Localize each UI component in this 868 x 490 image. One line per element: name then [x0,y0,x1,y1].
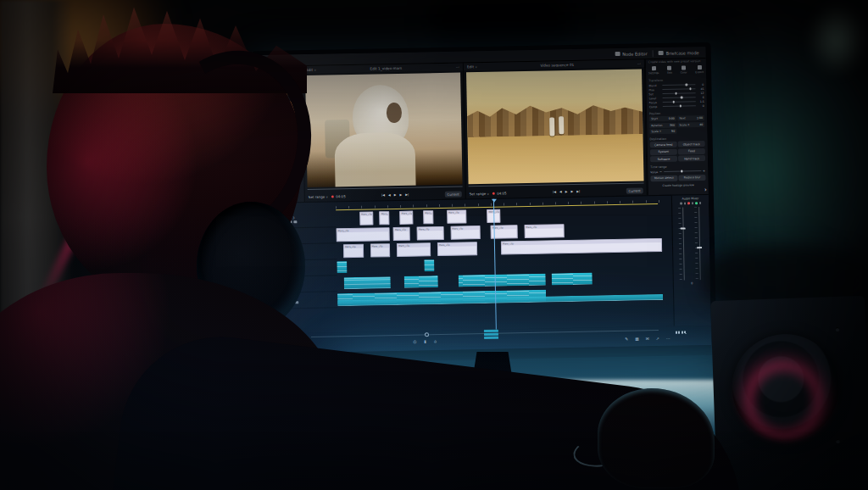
mail-icon[interactable]: ✉ [646,337,649,341]
media-tab-files[interactable]: Files [259,69,267,73]
video-clip[interactable]: Mars_clip [397,242,431,257]
track-visibility-icon[interactable] [290,285,293,288]
source-menu-dropdown[interactable]: Edit ∨ [306,68,316,72]
track-mute-icon[interactable] [294,253,298,256]
slider-handle[interactable] [689,87,692,90]
export-arrow-icon[interactable]: ↗ [656,337,659,341]
play-button[interactable]: ▶ [394,193,397,197]
clip-overview-widget[interactable] [484,330,498,340]
audio-clip[interactable] [404,276,438,288]
track-mute-icon[interactable] [294,269,298,272]
track-mute-icon[interactable] [295,285,298,288]
video-clip[interactable]: Mars_clip [417,226,444,241]
audio-clip[interactable] [458,274,545,287]
fader-1[interactable] [678,207,688,280]
current-button[interactable]: Current [444,191,461,197]
briefcase-mode-button[interactable]: Briefcase mode [659,50,699,56]
node-editor-mode-button[interactable]: Node Editor [615,51,648,57]
video-clip[interactable]: Mars_clip [380,211,390,225]
program-more-button[interactable]: ⋯ [637,61,641,65]
video-clip[interactable]: Mars_clip [370,243,390,257]
media-thumbnail[interactable] [259,73,299,96]
field-rotation[interactable]: Rotation360 [649,122,676,128]
track-lock-icon[interactable] [284,237,287,240]
slider-track[interactable] [663,97,696,98]
set-range-dropdown[interactable]: Set range ∨ [309,194,328,198]
media-tab-edit[interactable]: Edit [292,68,299,72]
track-mute-icon[interactable] [294,237,298,240]
mixer-channel-dot[interactable] [692,202,694,204]
field-start[interactable]: Start0:00 [649,116,676,122]
inspector-tab-settings[interactable]: Settings [648,66,659,75]
media-clip-item[interactable]: Mars_canyon 03 [260,129,301,156]
audio-clip[interactable] [344,276,392,289]
slider-track[interactable] [663,92,696,94]
track-visibility-icon[interactable] [289,237,292,240]
track-visibility-icon[interactable] [289,269,292,272]
track-visibility-icon[interactable] [289,253,292,256]
media-thumbnail[interactable] [260,101,300,124]
audio-clip[interactable] [337,261,347,273]
audio-clip[interactable] [424,259,434,271]
dest-button-feed[interactable]: Feed [678,148,705,155]
program-preview-canvas[interactable] [466,69,643,184]
dest-button-system[interactable]: System [650,148,677,155]
action-button-reduce-blur[interactable]: Reduce blur [679,175,706,181]
slider-track[interactable] [662,88,695,90]
track-mute-icon[interactable] [293,220,297,224]
home-icon[interactable]: ⌂ [434,339,437,343]
timeline-zoom-knob[interactable] [425,332,429,337]
video-clip[interactable]: Mars_clip [337,227,391,242]
step-forward-button[interactable]: ▶ [570,190,573,193]
range-minus-button[interactable]: − [659,170,662,174]
track-visibility-icon[interactable] [290,301,293,304]
range-plus-button[interactable]: + [703,169,705,173]
go-to-end-button[interactable]: ▶| [576,190,580,193]
go-to-end-button[interactable]: ▶| [405,193,409,197]
inspector-tab-color[interactable]: Color [681,65,687,74]
video-clip[interactable]: Mars_clip [501,238,662,255]
video-clip[interactable]: Mars_clip [399,211,413,225]
field-scale-y[interactable]: Scale Y90 [649,129,676,135]
track-visibility-icon[interactable] [288,220,292,224]
step-forward-button[interactable]: ▶ [399,193,402,197]
slider-track[interactable] [662,84,695,86]
footage-preview-link[interactable]: Create footage preview [651,183,706,187]
panel-expand-chevron-icon[interactable]: › [704,187,707,193]
media-card-icon[interactable]: ▦ [635,337,639,342]
snap-icon[interactable]: ◎ [413,340,416,344]
media-clip-item[interactable]: Mars_helmet 04 [261,157,302,184]
slider-track[interactable] [663,105,696,107]
track-lock-icon[interactable] [284,253,287,256]
video-clip[interactable]: Mars_clip [437,242,478,256]
track-mute-icon[interactable] [295,301,298,304]
field-scale-x[interactable]: Scale X40 [677,122,704,128]
dest-button-camera-feed[interactable]: Camera feed [650,142,677,148]
video-clip[interactable]: Mars_clip [393,227,410,241]
pause-icon[interactable]: ▮ [424,339,426,343]
slider-handle[interactable] [679,105,682,108]
action-button-motion-detect[interactable]: Motion detect [650,175,677,181]
fader-knob[interactable] [697,247,702,249]
mixer-channel-dot[interactable] [680,203,682,205]
current-button[interactable]: Current [626,187,643,193]
go-to-start-button[interactable]: |◀ [381,193,385,197]
video-clip[interactable]: Mars_clip [447,209,467,223]
slider-handle[interactable] [686,83,688,86]
edit-pencil-icon[interactable]: ✎ [625,337,628,342]
source-preview-canvas[interactable] [305,73,463,187]
dest-button-object-track[interactable]: Object track [678,141,705,148]
slider-handle[interactable] [681,97,683,99]
more-options-icon[interactable]: ⋯ [666,337,670,341]
track-lock-icon[interactable] [285,301,288,304]
fader-knob[interactable] [681,227,686,230]
track-lock-icon[interactable] [284,269,287,272]
media-thumbnail[interactable] [261,157,301,180]
track-lock-icon[interactable] [285,285,288,288]
time-range-slider[interactable] [664,170,701,172]
video-clip[interactable]: Mars_clip [343,244,364,258]
media-clip-item[interactable]: Mars_base_ext 01 [259,73,300,100]
video-clip[interactable]: Mars_clip [359,212,373,226]
program-menu-dropdown[interactable]: Edit ∨ [467,64,477,69]
go-to-start-button[interactable]: |◀ [553,190,556,193]
